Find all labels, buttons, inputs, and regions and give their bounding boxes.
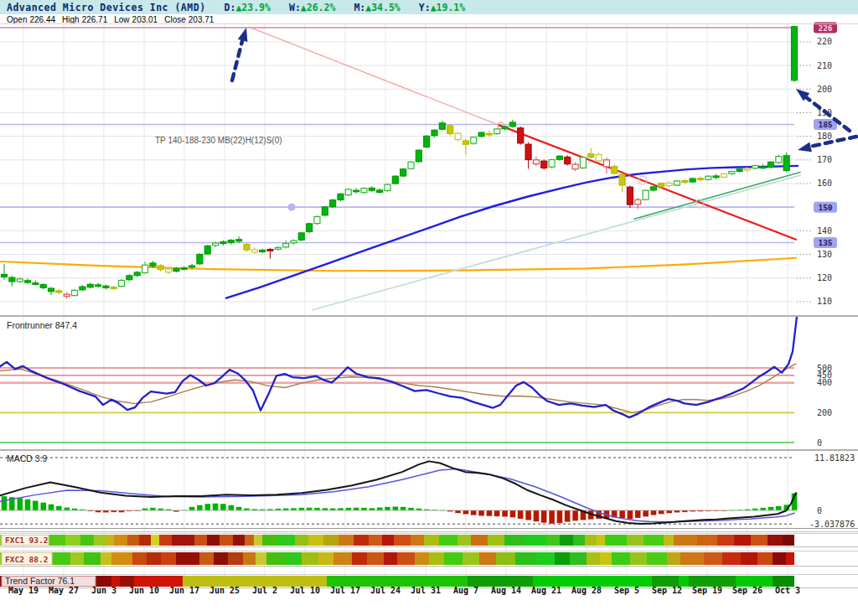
candle: [525, 142, 531, 169]
candle: [338, 193, 344, 201]
macd-hist-bar: [251, 509, 257, 510]
svg-text:Aug 21: Aug 21: [531, 586, 561, 595]
candle: [690, 178, 695, 183]
macd-hist-bar: [56, 506, 62, 510]
macd-hist-bar: [49, 505, 54, 510]
candle: [650, 186, 656, 192]
macd-hist-bar: [236, 507, 242, 510]
macd-panel: 11.818230-3.037876MACD 3.9: [0, 453, 855, 529]
candle: [509, 120, 515, 128]
macd-hist-bar: [377, 507, 383, 510]
candle: [533, 157, 539, 167]
macd-hist-bar: [181, 510, 187, 510]
svg-text:FXC1 93.2: FXC1 93.2: [5, 536, 48, 545]
candle: [64, 292, 70, 299]
macd-hist-bar: [189, 507, 195, 510]
candle: [354, 189, 359, 194]
svg-text:Jun 3: Jun 3: [91, 586, 116, 595]
macd-hist-bar: [213, 503, 219, 510]
price-axis: 220210200190180170160140130120110: [817, 37, 832, 306]
macd-hist-bar: [729, 510, 735, 510]
svg-text:Aug 28: Aug 28: [571, 586, 602, 595]
candle: [87, 282, 93, 288]
candle: [2, 264, 8, 280]
macd-hist-bar: [752, 509, 758, 510]
candle: [111, 286, 116, 290]
macd-hist-bar: [486, 510, 492, 516]
macd-hist-bar: [307, 508, 313, 510]
candle: [322, 206, 328, 217]
svg-text:Aug 14: Aug 14: [491, 586, 521, 595]
svg-text:140: 140: [817, 226, 832, 236]
candle: [96, 282, 101, 287]
svg-text:Jul 24: Jul 24: [370, 586, 401, 595]
chart-canvas[interactable]: 2202102001901801701601401301201102261851…: [0, 0, 858, 616]
macd-hist-bar: [401, 507, 406, 510]
svg-text:May 19: May 19: [8, 586, 39, 595]
macd-hist-bar: [392, 506, 398, 510]
candle: [385, 184, 390, 192]
candle: [737, 168, 742, 173]
macd-hist-bar: [502, 510, 508, 517]
macd-hist-bar: [424, 509, 430, 510]
candle: [25, 278, 31, 283]
macd-hist-bar: [666, 510, 672, 513]
macd-hist-bar: [697, 510, 703, 511]
macd-hist-bar: [166, 509, 172, 510]
svg-text:Jul 31: Jul 31: [411, 586, 441, 595]
svg-text:Sep 26: Sep 26: [732, 586, 762, 595]
candle: [80, 285, 85, 291]
svg-text:170: 170: [817, 155, 832, 164]
strip-fxc1: FXC1 93.2: [0, 534, 858, 547]
macd-hist-bar: [314, 508, 320, 510]
candle: [549, 158, 555, 168]
macd-hist-bar: [682, 510, 688, 512]
candle: [392, 175, 398, 184]
macd-hist-bar: [416, 509, 421, 510]
macd-hist-bar: [768, 507, 773, 510]
candle: [314, 215, 320, 225]
macd-hist-bar: [80, 510, 85, 510]
candle: [119, 279, 125, 287]
macd-hist-bar: [478, 510, 484, 516]
macd-hist-bar: [556, 510, 562, 523]
candle: [572, 163, 578, 171]
candle: [478, 132, 484, 137]
candle: [228, 239, 234, 244]
stock-chart-window: Advanced Micro Devices Inc (AMD) D:▲23.9…: [0, 0, 858, 616]
candle: [463, 138, 468, 154]
candle: [439, 121, 445, 131]
macd-hist-bar: [244, 508, 250, 510]
macd-hist-bar: [533, 510, 539, 521]
candle: [251, 247, 257, 254]
macd-hist-bar: [721, 510, 726, 511]
macd-hist-bar: [455, 510, 461, 513]
candle: [204, 245, 210, 255]
svg-text:150: 150: [818, 203, 832, 212]
svg-text:Trend Factor 76.1: Trend Factor 76.1: [5, 576, 75, 586]
candle: [697, 177, 703, 182]
candle: [518, 127, 524, 145]
svg-text:Sep 5: Sep 5: [614, 586, 639, 595]
svg-text:Jul 10: Jul 10: [290, 586, 320, 595]
svg-text:0: 0: [817, 438, 822, 448]
candle: [56, 289, 62, 294]
svg-text:Jun 10: Jun 10: [129, 586, 159, 595]
macd-hist-bar: [690, 510, 695, 512]
svg-text:Sep 19: Sep 19: [692, 586, 722, 595]
macd-hist-bar: [627, 510, 633, 520]
macd-hist-bar: [111, 510, 116, 512]
macd-hist-bar: [103, 510, 109, 513]
macd-hist-bar: [127, 510, 132, 511]
candle: [244, 243, 250, 251]
macd-hist-bar: [385, 507, 390, 510]
svg-text:Sep 12: Sep 12: [652, 586, 682, 595]
candle: [377, 189, 383, 194]
date-axis: May 19May 27Jun 3Jun 10Jun 17Jun 25Jul 2…: [8, 586, 800, 595]
macd-hist-bar: [354, 508, 359, 510]
candle: [792, 26, 798, 82]
macd-hist-bar: [298, 508, 304, 510]
candle: [283, 241, 289, 249]
macd-hist-bar: [204, 504, 210, 510]
macd-hist-bar: [713, 510, 719, 511]
